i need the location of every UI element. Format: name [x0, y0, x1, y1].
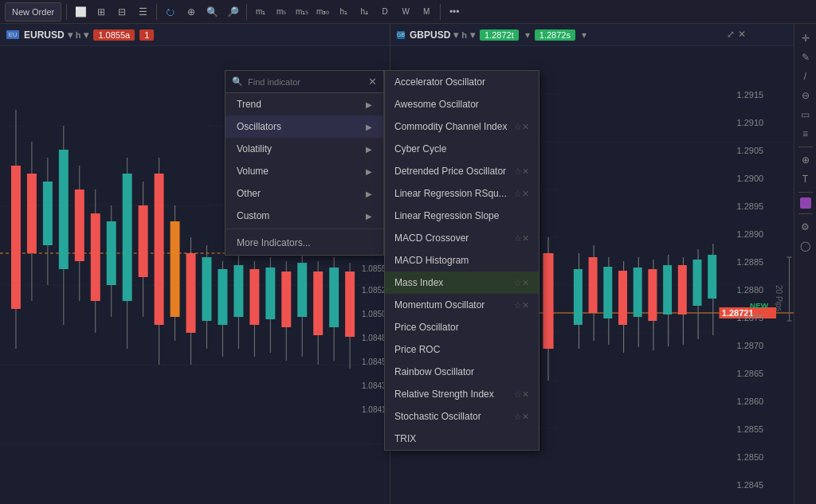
svg-text:1.2870: 1.2870 [737, 341, 764, 350]
svg-rect-21 [123, 174, 132, 301]
toolbar-separator-1 [66, 4, 67, 20]
svg-rect-99 [708, 255, 716, 299]
submenu-item-momentum[interactable]: Momentum Oscillator ☆✕ [385, 294, 539, 316]
svg-rect-9 [27, 174, 37, 253]
new-order-button[interactable]: New Order [5, 2, 61, 21]
custom-arrow-icon: ▶ [366, 212, 372, 221]
menu-item-other[interactable]: Other ▶ [226, 182, 383, 205]
lrrsqu-star-icon: ☆✕ [514, 189, 529, 199]
indicator-menu: 🔍 ✕ Trend ▶ Oscillators ▶ Volatility ▶ V… [225, 70, 384, 256]
svg-text:1.2860: 1.2860 [737, 397, 764, 405]
svg-text:1.2905: 1.2905 [737, 146, 764, 154]
toolbar-icon-chart[interactable]: ⊟ [113, 3, 131, 21]
submenu-item-accelerator[interactable]: Accelerator Oscillator [385, 71, 539, 93]
submenu-item-price-osc[interactable]: Price Oscillator [385, 316, 539, 338]
menu-item-volume[interactable]: Volume ▶ [226, 160, 383, 182]
svg-text:1.0852: 1.0852 [362, 286, 386, 295]
toolbar-separator-3 [246, 4, 247, 20]
toolbar-icon-layout[interactable]: ⊞ [92, 3, 110, 21]
submenu-item-macd-histogram[interactable]: MACD Histogram [385, 249, 539, 272]
svg-text:1.2875: 1.2875 [737, 313, 764, 322]
sidebar-icon-zoom[interactable]: ⊕ [798, 152, 814, 168]
toolbar-icon-indicator[interactable]: ⭮ [162, 3, 179, 21]
toolbar-tf-m5[interactable]: m₅ [273, 3, 290, 21]
toolbar-tf-h4[interactable]: h₄ [355, 3, 373, 21]
svg-text:1.2910: 1.2910 [737, 118, 764, 127]
submenu-item-dpo[interactable]: Detrended Price Oscillator ☆✕ [385, 160, 539, 182]
svg-rect-19 [107, 221, 116, 285]
momentum-star-icon: ☆✕ [514, 300, 529, 311]
eurusd-flag: EU [6, 30, 19, 39]
submenu-item-rsi[interactable]: Relative Strength Index ☆✕ [385, 383, 539, 405]
indicator-search-input[interactable] [248, 77, 363, 87]
svg-text:1.0848: 1.0848 [362, 334, 386, 342]
chart-area: EU EURUSD ▾ h ▾ 1.0855a 1 [0, 24, 816, 504]
svg-rect-97 [693, 260, 702, 306]
submenu-item-cyber[interactable]: Cyber Cycle [385, 138, 539, 160]
left-price-badge-2: 1 [139, 29, 154, 41]
submenu-item-mass-index[interactable]: Mass Index ☆✕ [385, 272, 539, 294]
submenu-item-cci[interactable]: Commodity Channel Index ☆✕ [385, 115, 539, 138]
right-chart-close[interactable]: ✕ [738, 29, 746, 40]
toolbar-icon-zoom-out[interactable]: 🔎 [224, 3, 241, 21]
svg-rect-49 [345, 272, 355, 337]
sidebar-icon-fib[interactable]: ≡ [798, 126, 814, 142]
menu-item-oscillators[interactable]: Oscillators ▶ [226, 115, 383, 138]
toolbar-icon-target[interactable]: ⊕ [182, 3, 200, 21]
svg-text:1.0850: 1.0850 [362, 310, 386, 318]
submenu-item-rainbow[interactable]: Rainbow Oscillator [385, 361, 539, 383]
toolbar-tf-h1[interactable]: h₁ [335, 3, 352, 21]
submenu-item-macd-crossover[interactable]: MACD Crossover ☆✕ [385, 227, 539, 249]
more-indicators-link[interactable]: More Indicators... [226, 231, 383, 255]
sidebar-divider-1 [798, 147, 813, 147]
submenu-item-stochastic[interactable]: Stochastic Oscillator ☆✕ [385, 405, 539, 428]
svg-rect-81 [574, 269, 583, 325]
sidebar-icon-horizontal[interactable]: ⊖ [798, 88, 814, 104]
menu-item-volatility[interactable]: Volatility ▶ [226, 138, 383, 160]
submenu-item-price-roc[interactable]: Price ROC [385, 338, 539, 361]
submenu-item-awesome[interactable]: Awesome Oscillator [385, 93, 539, 115]
toolbar-tf-m15[interactable]: m₁₅ [293, 3, 311, 21]
svg-rect-39 [265, 268, 275, 319]
sidebar-icon-pencil[interactable]: ✎ [798, 49, 814, 65]
right-price-badge-1: 1.2872t [480, 29, 519, 41]
toolbar-tf-d1[interactable]: D [376, 3, 394, 21]
svg-text:1.0841: 1.0841 [362, 405, 386, 414]
toolbar-tf-m1[interactable]: m₁ [252, 3, 269, 21]
sidebar-icon-circle[interactable]: ◯ [798, 238, 814, 254]
sidebar-icon-trendline[interactable]: / [798, 68, 814, 84]
submenu-item-lr-rsqu[interactable]: Linear Regression RSqu... ☆✕ [385, 182, 539, 205]
menu-close-button[interactable]: ✕ [368, 76, 377, 88]
oscillators-submenu-scroll[interactable]: Accelerator Oscillator Awesome Oscillato… [385, 71, 539, 450]
svg-rect-83 [589, 257, 598, 313]
svg-rect-47 [329, 268, 339, 327]
svg-text:1.2845: 1.2845 [737, 480, 764, 489]
left-chart-symbol: EURUSD ▾ h ▾ [24, 29, 88, 41]
svg-rect-43 [297, 263, 307, 317]
menu-item-trend[interactable]: Trend ▶ [226, 93, 383, 115]
svg-rect-29 [186, 253, 196, 333]
toolbar-tf-m30[interactable]: m₃₀ [314, 3, 332, 21]
macd-crossover-star-icon: ☆✕ [514, 233, 529, 244]
svg-text:20 Pips: 20 Pips [775, 285, 785, 311]
svg-text:1.2865: 1.2865 [737, 369, 764, 377]
trend-arrow-icon: ▶ [366, 100, 372, 109]
sidebar-icon-crosshair[interactable]: ✛ [798, 30, 814, 46]
right-chart-expand[interactable]: ⤢ [727, 29, 735, 40]
sidebar-icon-rectangle[interactable]: ▭ [798, 107, 814, 123]
sidebar-color-picker[interactable] [800, 197, 811, 209]
toolbar-more[interactable]: ••• [445, 3, 463, 21]
toolbar-tf-w1[interactable]: W [397, 3, 414, 21]
toolbar-tf-mn[interactable]: M [418, 3, 435, 21]
sidebar-icon-settings[interactable]: ⚙ [798, 219, 814, 235]
submenu-item-trix[interactable]: TRIX [385, 428, 539, 450]
submenu-item-lr-slope[interactable]: Linear Regression Slope [385, 205, 539, 227]
toolbar-icon-bar[interactable]: ☰ [134, 3, 151, 21]
svg-text:1.0843: 1.0843 [362, 381, 386, 390]
toolbar-icon-grid[interactable]: ⬜ [72, 3, 89, 21]
sidebar-icon-text[interactable]: T [798, 171, 814, 187]
svg-rect-35 [233, 265, 243, 317]
right-price-badge-2: 1.2872s [535, 29, 575, 41]
toolbar-icon-zoom-in[interactable]: 🔍 [203, 3, 221, 21]
menu-item-custom[interactable]: Custom ▶ [226, 205, 383, 227]
